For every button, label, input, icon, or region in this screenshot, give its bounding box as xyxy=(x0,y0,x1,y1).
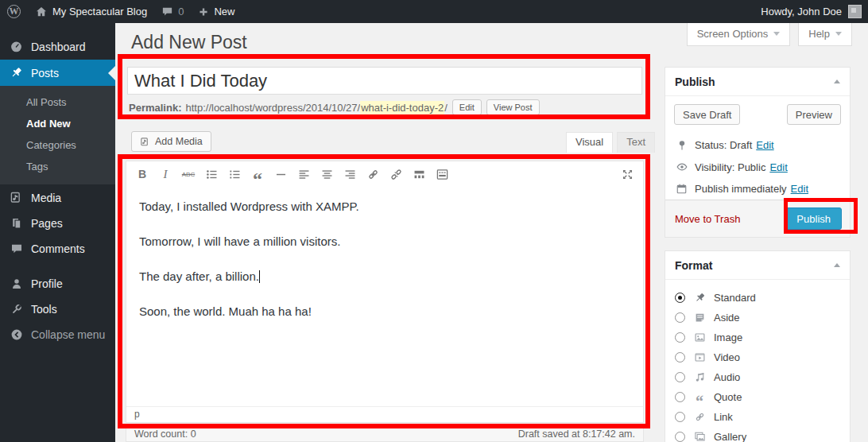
permalink-label: Permalink: xyxy=(129,102,181,114)
move-to-trash-link[interactable]: Move to Trash xyxy=(675,213,740,225)
format-quote-icon: “ xyxy=(692,394,707,401)
sidebar-item-dashboard[interactable]: Dashboard xyxy=(0,33,115,60)
format-postbox-header[interactable]: Format xyxy=(665,251,850,280)
format-option-image[interactable]: Image xyxy=(675,328,840,347)
add-media-button[interactable]: Add Media xyxy=(131,131,211,152)
eye-icon xyxy=(675,161,688,173)
wp-logo-menu[interactable]: W xyxy=(0,0,28,23)
format-aside-icon xyxy=(692,312,707,324)
word-count: Word count: 0 xyxy=(134,428,196,440)
format-gallery-icon xyxy=(692,431,707,442)
collapse-toggle-icon[interactable] xyxy=(834,263,840,267)
more-tag-button[interactable] xyxy=(409,165,428,184)
strikethrough-button[interactable]: ABC xyxy=(179,165,198,184)
submenu-item-all-posts[interactable]: All Posts xyxy=(0,91,115,113)
numbered-list-button[interactable] xyxy=(225,165,244,184)
save-draft-button[interactable]: Save Draft xyxy=(674,104,740,125)
sidebar-item-posts[interactable]: Posts xyxy=(0,60,115,86)
format-option-label: Image xyxy=(714,332,742,343)
submenu-item-add-new[interactable]: Add New xyxy=(0,113,115,134)
format-option-standard[interactable]: Standard xyxy=(675,288,840,308)
admin-menu-sidebar: Dashboard Posts All Posts Add New Catego… xyxy=(0,23,115,442)
pages-icon xyxy=(9,217,24,230)
screen-options-label: Screen Options xyxy=(697,28,769,40)
bulleted-list-button[interactable] xyxy=(202,165,221,184)
format-option-link[interactable]: Link xyxy=(675,407,840,427)
text-tab[interactable]: Text xyxy=(617,132,655,153)
admin-bar-left: W My Spectacular Blog 0 New xyxy=(0,0,242,23)
collapse-toggle-icon[interactable] xyxy=(834,79,840,83)
preview-button[interactable]: Preview xyxy=(787,104,841,125)
radio-button[interactable] xyxy=(675,432,685,442)
editor-paragraph: The day after, a billion. xyxy=(139,269,630,283)
radio-button[interactable] xyxy=(675,332,685,343)
sidebar-item-comments[interactable]: Comments xyxy=(0,236,115,262)
editor-content-area[interactable]: Today, I installed Wordpress with XAMPP.… xyxy=(126,187,643,406)
submenu-item-tags[interactable]: Tags xyxy=(0,156,115,177)
remove-link-button[interactable] xyxy=(386,165,405,184)
sidebar-label: Media xyxy=(31,192,61,204)
view-post-button[interactable]: View Post xyxy=(486,99,540,115)
more-tag-icon xyxy=(413,168,426,181)
bold-button[interactable]: B xyxy=(133,165,152,184)
screen-options-tab[interactable]: Screen Options xyxy=(687,23,791,46)
edit-permalink-button[interactable]: Edit xyxy=(452,99,482,115)
comment-count: 0 xyxy=(178,6,184,17)
howdy-account-menu[interactable]: Howdy, John Doe xyxy=(761,6,842,17)
toolbar-toggle-button[interactable] xyxy=(432,165,451,184)
publish-button[interactable]: Publish xyxy=(785,207,842,230)
blockquote-button[interactable]: “ xyxy=(248,165,267,184)
sidebar-item-tools[interactable]: Tools xyxy=(0,297,115,322)
align-right-button[interactable] xyxy=(340,165,359,184)
radio-button[interactable] xyxy=(675,312,685,323)
format-postbox: Format Standard Aside xyxy=(665,250,851,442)
publish-postbox-header[interactable]: Publish xyxy=(665,68,850,96)
collapse-arrow-icon xyxy=(9,328,24,341)
sidebar-item-media[interactable]: Media xyxy=(0,184,115,211)
align-left-icon xyxy=(297,168,311,181)
submenu-item-categories[interactable]: Categories xyxy=(0,134,115,156)
edit-visibility-link[interactable]: Edit xyxy=(769,161,787,173)
format-option-quote[interactable]: “ Quote xyxy=(675,387,840,407)
edit-schedule-link[interactable]: Edit xyxy=(791,183,808,195)
format-option-audio[interactable]: Audio xyxy=(675,367,840,387)
format-option-aside[interactable]: Aside xyxy=(675,308,840,328)
horizontal-rule-button[interactable] xyxy=(271,165,290,184)
radio-button[interactable] xyxy=(675,352,685,363)
align-left-button[interactable] xyxy=(294,165,313,184)
radio-button[interactable] xyxy=(675,293,685,303)
link-icon xyxy=(366,168,380,181)
sidebar-item-pages[interactable]: Pages xyxy=(0,211,115,236)
sidebar-item-profile[interactable]: Profile xyxy=(0,271,115,297)
format-audio-icon xyxy=(692,371,707,383)
format-option-gallery[interactable]: Gallery xyxy=(675,427,840,442)
radio-button[interactable] xyxy=(675,412,685,422)
sidebar-label: Tools xyxy=(31,303,57,316)
insert-link-button[interactable] xyxy=(363,165,382,184)
publish-postbox: Publish Save Draft Preview Status: Draft… xyxy=(665,67,851,238)
unlink-icon xyxy=(389,168,403,181)
radio-button[interactable] xyxy=(675,372,685,382)
post-title-input[interactable] xyxy=(127,67,642,95)
radio-button[interactable] xyxy=(675,392,685,402)
align-center-button[interactable] xyxy=(317,165,336,184)
bulleted-list-icon xyxy=(205,168,219,181)
visual-tab[interactable]: Visual xyxy=(566,132,613,153)
blockquote-icon: “ xyxy=(253,175,262,183)
site-name-menu[interactable]: My Spectacular Blog xyxy=(28,0,154,23)
chevron-down-icon xyxy=(773,32,780,36)
page-title: Add New Post xyxy=(131,32,247,53)
italic-button[interactable]: I xyxy=(156,165,175,184)
admin-bar: W My Spectacular Blog 0 New xyxy=(0,0,868,23)
permalink-slug[interactable]: what-i-did-today-2 xyxy=(360,101,444,114)
format-option-video[interactable]: Video xyxy=(675,347,840,367)
new-content-menu[interactable]: New xyxy=(191,0,242,23)
distraction-free-button[interactable] xyxy=(618,165,637,184)
sidebar-item-collapse-menu[interactable]: Collapse menu xyxy=(0,322,115,347)
comments-adminbar-menu[interactable]: 0 xyxy=(154,0,191,23)
editor-paragraph: Today, I installed Wordpress with XAMPP. xyxy=(139,200,630,213)
help-tab[interactable]: Help xyxy=(798,23,852,46)
edit-status-link[interactable]: Edit xyxy=(756,139,773,151)
plus-icon xyxy=(198,6,209,17)
schedule-row: Publish immediatelyEdit xyxy=(665,178,850,200)
